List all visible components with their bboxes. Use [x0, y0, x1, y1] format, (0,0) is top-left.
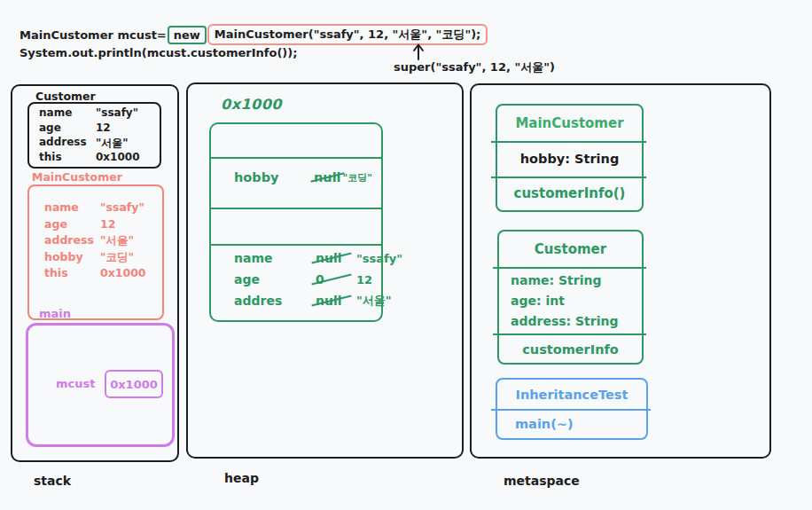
field-value: "ssafy": [100, 200, 144, 217]
old-value-struck: 0: [316, 272, 347, 286]
heap-field-row: addres null "서울": [211, 293, 404, 309]
field-value: "ssafy": [96, 106, 138, 122]
field-key: this: [44, 266, 100, 283]
field-key: hobby: [44, 250, 100, 267]
stack-row: name "ssafy": [29, 200, 162, 217]
class-divider: [493, 267, 646, 269]
reference-value-box: 0x1000: [105, 370, 163, 398]
class-field: address: String: [511, 311, 642, 332]
new-value: "ssafy": [356, 252, 402, 265]
class-title: InheritanceTest: [497, 380, 646, 409]
main-frame-title: main: [39, 307, 71, 320]
stack-row: name "ssafy": [29, 106, 160, 122]
class-fields: name: String age: int address: String: [499, 267, 642, 335]
stack-row: address "서울": [29, 136, 160, 151]
metaspace-panel: MainCustomer hobby: String customerInfo(…: [470, 83, 771, 459]
section-divider: [209, 157, 383, 159]
customer-class-box: Customer name: String age: int address: …: [497, 230, 644, 365]
stack-row: address "서울": [29, 233, 162, 250]
class-divider: [491, 177, 646, 178]
field-value: 0x1000: [96, 151, 140, 166]
maincustomer-class-box: MainCustomer hobby: String customerInfo(…: [496, 104, 644, 212]
java-memory-diagram: MainCustomer mcust= new MainCustomer("ss…: [0, 0, 812, 510]
heap-field-row: age 0 12: [211, 272, 404, 286]
field-key: name: [44, 200, 100, 217]
customer-stack-frame: name "ssafy" age 12 address "서울" this 0x…: [27, 102, 161, 169]
class-divider: [491, 409, 651, 411]
field-key: hobby: [234, 170, 314, 184]
variable-name: mcust: [56, 377, 95, 390]
old-value-struck: null: [316, 294, 347, 308]
arrow-up-icon: [411, 43, 426, 60]
stack-row: this 0x1000: [29, 151, 160, 166]
maincustomer-stack-frame: name "ssafy" age 12 address "서울" hobby "…: [27, 184, 164, 320]
code-line-2: System.out.println(mcust.customerInfo())…: [20, 46, 297, 59]
heap-region-label: heap: [224, 471, 259, 485]
stack-region-label: stack: [34, 474, 71, 488]
constructor-call-highlight: MainCustomer("ssafy", 12, "서울", "코딩");: [207, 24, 488, 45]
class-field: age: int: [511, 291, 642, 311]
field-value: 12: [96, 122, 111, 137]
field-value: "서울": [100, 233, 134, 250]
class-title: MainCustomer: [497, 106, 642, 141]
class-divider: [493, 333, 646, 335]
field-key: name: [234, 251, 316, 265]
class-method: main(~): [497, 409, 646, 438]
field-value: "코딩": [100, 250, 134, 267]
field-value: 0x1000: [100, 266, 146, 283]
heap-object-address: 0x1000: [221, 96, 282, 113]
field-key: addres: [234, 294, 316, 308]
inheritancetest-class-box: InheritanceTest main(~): [496, 378, 648, 440]
field-key: name: [39, 106, 96, 122]
field-key: address: [39, 136, 96, 151]
stack-row: this 0x1000: [29, 266, 162, 283]
new-value: "서울": [356, 293, 392, 309]
stack-panel: Customer name "ssafy" age 12 address "서울…: [11, 84, 179, 462]
new-value: "코딩": [343, 171, 372, 184]
field-value: "서울": [96, 136, 129, 151]
class-field: hobby: String: [497, 141, 642, 177]
stack-row: age 12: [29, 217, 162, 234]
class-method: customerInfo(): [497, 177, 642, 210]
old-value-struck: null: [314, 170, 341, 184]
heap-object-box: hobby null "코딩" name null "ssafy" age 0 …: [209, 122, 383, 322]
main-stack-frame: mcust 0x1000: [26, 323, 175, 447]
section-divider: [209, 208, 383, 209]
stack-row: age 12: [29, 122, 160, 137]
field-key: this: [39, 151, 96, 166]
class-field: name: String: [511, 271, 642, 291]
new-value: 12: [356, 273, 372, 286]
stack-row: hobby "코딩": [29, 250, 162, 267]
reference-value: 0x1000: [110, 378, 158, 391]
class-divider: [491, 141, 646, 143]
old-value-struck: null: [316, 251, 347, 265]
class-title: Customer: [499, 231, 642, 267]
new-keyword-highlight: new: [168, 26, 207, 44]
field-key: age: [234, 272, 316, 286]
super-call-annotation: super("ssafy", 12, "서울"): [394, 59, 555, 75]
field-key: age: [44, 217, 100, 234]
heap-panel: 0x1000 hobby null "코딩" name null "ssafy"…: [186, 82, 464, 459]
metaspace-region-label: metaspace: [504, 474, 580, 488]
code-line1-prefix: MainCustomer mcust=: [20, 28, 167, 42]
customer-frame-title: Customer: [35, 90, 96, 103]
section-divider: [209, 244, 383, 246]
field-key: age: [39, 122, 96, 137]
field-value: 12: [100, 217, 115, 234]
class-method: customerInfo: [499, 335, 642, 363]
heap-field-row: hobby null "코딩": [211, 170, 404, 184]
heap-field-row: name null "ssafy": [211, 251, 404, 265]
field-key: address: [44, 233, 100, 250]
maincustomer-frame-title: MainCustomer: [32, 170, 122, 184]
code-line-1: MainCustomer mcust= new MainCustomer("ss…: [20, 24, 488, 45]
